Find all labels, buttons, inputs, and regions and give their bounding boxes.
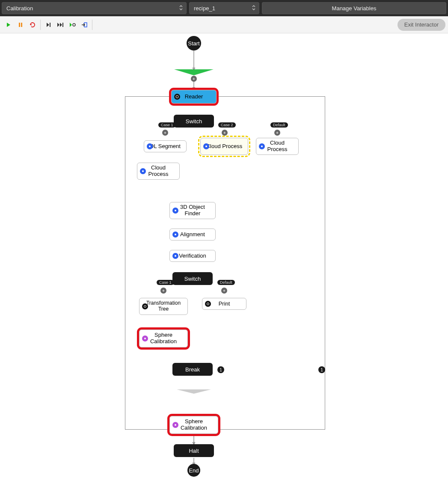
skip-forward-icon xyxy=(57,22,64,28)
svg-rect-1 xyxy=(21,23,22,27)
add-node-icon[interactable]: + xyxy=(162,130,168,136)
verification-node[interactable]: Verification xyxy=(169,250,216,262)
break-count-badge: 1 xyxy=(217,366,224,373)
reader-label: Reader xyxy=(185,94,203,100)
add-node-icon[interactable]: + xyxy=(274,130,280,136)
print-label: Print xyxy=(219,301,230,307)
switch-node-2[interactable]: Switch xyxy=(172,272,213,285)
step-into-button[interactable] xyxy=(66,19,78,31)
svg-rect-2 xyxy=(50,23,50,27)
manage-variables-button[interactable]: Manage Variables xyxy=(262,2,446,14)
default-label: Default xyxy=(270,122,288,128)
gear-icon xyxy=(172,253,178,259)
add-node-icon[interactable]: + xyxy=(221,288,227,294)
svg-point-23 xyxy=(205,145,207,147)
exit-interactor-label: Exit Interactor xyxy=(404,21,439,28)
sphere-calibration-label: Sphere Calibration xyxy=(173,419,214,431)
loop-exit-icon xyxy=(177,389,211,394)
gear-icon xyxy=(142,335,148,341)
gear-icon xyxy=(203,143,209,149)
gear-icon xyxy=(172,232,178,238)
svg-point-29 xyxy=(144,306,146,308)
add-node-icon[interactable]: + xyxy=(222,130,228,136)
cloud-process-label: Cloud Process xyxy=(260,140,295,153)
separator xyxy=(92,20,92,30)
recipe-select[interactable]: recipe_1 xyxy=(189,2,259,14)
sphere-calibration-node-1[interactable]: Sphere Calibration xyxy=(139,330,188,347)
svg-point-30 xyxy=(207,303,209,305)
skip-button[interactable] xyxy=(54,19,66,31)
gear-icon xyxy=(205,301,211,307)
cloud-process-node-2[interactable]: Cloud Process xyxy=(200,138,248,155)
transformation-tree-label: Transformation Tree xyxy=(143,300,184,312)
add-node-icon[interactable]: + xyxy=(191,76,197,82)
svg-point-31 xyxy=(144,338,146,339)
step-button[interactable] xyxy=(42,19,54,31)
chevron-updown-icon xyxy=(179,5,183,11)
svg-point-28 xyxy=(175,255,176,257)
svg-point-22 xyxy=(149,145,151,147)
alignment-node[interactable]: Alignment xyxy=(169,229,216,240)
svg-point-21 xyxy=(176,95,178,98)
reader-node[interactable]: Reader xyxy=(171,90,217,104)
add-node-icon[interactable]: + xyxy=(160,288,166,294)
halt-label: Halt xyxy=(189,448,199,454)
switch1-label: Switch xyxy=(186,118,202,125)
transformation-tree-node[interactable]: Transformation Tree xyxy=(139,298,188,315)
gear-icon xyxy=(172,422,178,428)
play-button[interactable] xyxy=(3,19,15,31)
loop-entry-icon xyxy=(174,69,214,75)
sphere-calibration-node-2[interactable]: Sphere Calibration xyxy=(169,416,218,434)
end-label: End xyxy=(189,467,199,474)
gear-icon xyxy=(147,143,153,149)
gear-icon xyxy=(259,143,265,149)
case-2-label: Case 2 xyxy=(218,122,236,128)
svg-point-27 xyxy=(175,234,176,235)
cloud-process-label: Cloud Process xyxy=(141,165,176,178)
top-bar: Calibration recipe_1 Manage Variables xyxy=(0,0,448,16)
recipe-select-value: recipe_1 xyxy=(194,5,215,12)
flowchart-canvas[interactable]: Start + Reader Switch Case 1 Case 2 Defa… xyxy=(0,33,448,478)
svg-point-4 xyxy=(73,24,75,26)
break-node[interactable]: Break xyxy=(172,363,213,376)
flowchart-select-value: Calibration xyxy=(6,5,33,12)
default-b-label: Default xyxy=(217,280,235,285)
chevron-updown-icon xyxy=(252,5,255,11)
separator xyxy=(40,20,41,30)
refresh-icon xyxy=(29,21,36,28)
svg-rect-3 xyxy=(62,23,63,27)
sphere-calibration-label: Sphere Calibration xyxy=(143,332,184,345)
verification-label: Verification xyxy=(179,253,206,259)
cloud-process-node-1[interactable]: Cloud Process xyxy=(137,163,180,180)
step-forward-icon xyxy=(45,22,51,28)
case-1b-label: Case 1 xyxy=(157,280,174,285)
gear-icon xyxy=(174,94,180,100)
dl-segment-node[interactable]: DL Segment xyxy=(144,140,187,152)
toolbar: Exit Interactor xyxy=(0,16,448,33)
gear-icon xyxy=(142,303,148,309)
exit-interactor-button[interactable]: Exit Interactor xyxy=(398,19,445,31)
pause-button[interactable] xyxy=(15,19,27,31)
flowchart-select[interactable]: Calibration xyxy=(2,2,187,14)
reset-button[interactable] xyxy=(27,19,39,31)
loop-count-badge: 1 xyxy=(318,366,325,373)
switch-node-1[interactable]: Switch xyxy=(174,115,214,128)
cloud-process-label: Cloud Process xyxy=(206,143,243,150)
svg-rect-0 xyxy=(19,23,20,27)
object-finder-node[interactable]: 3D Object Finder xyxy=(169,202,216,219)
alignment-label: Alignment xyxy=(180,232,205,238)
switch2-label: Switch xyxy=(184,276,201,282)
gear-icon xyxy=(172,208,178,214)
end-node[interactable]: End xyxy=(187,464,200,477)
step-out-icon xyxy=(81,22,88,28)
cloud-process-node-3[interactable]: Cloud Process xyxy=(256,138,299,155)
halt-node[interactable]: Halt xyxy=(174,444,214,457)
svg-point-25 xyxy=(142,170,144,172)
object-finder-label: 3D Object Finder xyxy=(173,204,212,217)
start-label: Start xyxy=(188,40,199,47)
svg-point-32 xyxy=(175,424,176,426)
start-node[interactable]: Start xyxy=(187,36,201,50)
case-1-label: Case 1 xyxy=(158,122,176,128)
step-out-button[interactable] xyxy=(78,19,90,31)
print-node[interactable]: Print xyxy=(202,298,246,310)
